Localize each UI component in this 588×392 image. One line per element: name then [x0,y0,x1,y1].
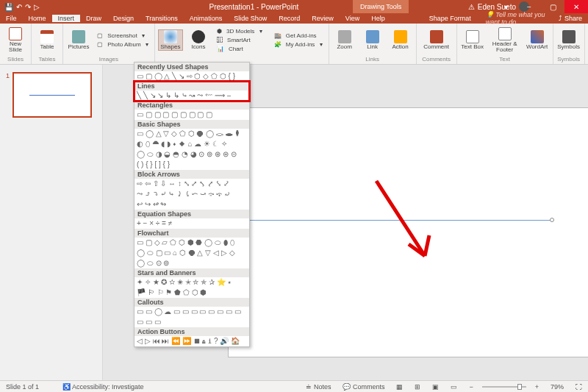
shapes-row[interactable]: ⇨ ⇦ ⇧ ⇩ ↔ ↕ ⤡ ⤢ ⤣ ⤤ ⤥ ⤦ [135,179,249,189]
shapes-row[interactable]: ⤳ ⤴ ⤵ ⤶ ⤷ ⤸ ⤹ ⤺ ⤻ ⤼ ⤽ ⤾ [135,189,249,199]
view-normal-icon[interactable]: ▦ [390,383,409,391]
undo-icon[interactable]: ↶ [16,3,22,11]
my-addins-button[interactable]: 🧩 My Add-ins ▾ [271,40,326,49]
tab-slideshow[interactable]: Slide Show [228,15,273,22]
tab-view[interactable]: View [340,15,365,22]
table-button[interactable]: Table [35,30,60,50]
shapes-row[interactable]: 🏴 🏳 ⚐ ⚑ ⬟ ⬠ ⬡ ⬢ [135,288,249,298]
shapes-cat-equation: Equation Shapes [135,210,249,218]
ribbon-tabs: File Home Insert Draw Design Transitions… [0,13,588,24]
shapes-row[interactable]: ▭ ▭ ◯ ☁ ▭ ▭ ▭ ▭ ▭ ▭ ▭ ▭ [135,307,249,317]
zoom-in-button[interactable]: + [529,383,545,391]
group-illustrations: Shapes Icons ⬢ 3D Models ▾ ⿲ SmartArt 📊 … [155,24,268,64]
start-show-icon[interactable]: ▷ [34,3,40,11]
shapes-row[interactable]: ▭ ▭ ▭ [135,317,249,327]
tab-home[interactable]: Home [23,15,52,22]
header-footer-button[interactable]: Header & Footer [488,27,522,53]
tab-review[interactable]: Review [306,15,340,22]
shapes-cat-recently: Recently Used Shapes [135,63,249,71]
group-symbols: Symbols Symbols [553,24,585,64]
group-media: Video Audio Screen Recording Media [585,24,588,64]
status-bar: Slide 1 of 1 ♿ Accessibility: Investigat… [0,380,588,392]
zoom-out-button[interactable]: − [463,383,478,391]
icons-button[interactable]: Icons [186,30,211,50]
group-tables: Table Tables [32,24,63,64]
action-button[interactable]: Action [388,30,413,50]
zoom-slider[interactable] [482,386,526,388]
shapes-row[interactable]: ◯ ⬭ ▢ ▭ ⌂ ⬡ ⯃ △ ▽ ◁ ▷ ◇ [135,248,249,258]
photo-album-button[interactable]: ▢ Photo Album ▾ [94,40,151,49]
maximize-button[interactable]: ▢ [541,0,564,13]
line-shape[interactable] [236,220,552,221]
slide-counter[interactable]: Slide 1 of 1 [0,383,45,391]
shapes-row[interactable]: ( ) { } [ ] { } [135,160,249,170]
link-button[interactable]: Link [360,30,385,50]
tab-help[interactable]: Help [365,15,391,22]
group-slides: New Slide Slides [0,24,32,64]
thumb-number: 1 [6,72,10,118]
screenshot-button[interactable]: ▢ Screenshot ▾ [94,32,151,40]
view-slideshow-icon[interactable]: ▭ [445,383,463,391]
shapes-row[interactable]: ▭ ▢ ▢ ▢ ▢ ▢ ▢ ▢ ▢ [135,110,249,120]
redo-icon[interactable]: ↷ [25,3,31,11]
tab-draw[interactable]: Draw [80,15,107,22]
shapes-row[interactable]: ◐ ⬯ ⯊ ◖ ◗ ⬨ ⯁ ⌂ ☁ ☀ ☾ ✧ [135,139,249,149]
minimize-button[interactable]: − [517,0,541,13]
shapes-cat-basic: Basic Shapes [135,120,249,129]
shapes-row[interactable]: ▭ ◯ △ ▽ ◇ ⬠ ⬡ ⯃ ◯ ⬭ ⬬ ⬮ [135,129,249,139]
shapes-row[interactable]: ◯ ⬭ ⊙ ⊚ [135,258,249,268]
shapes-cat-block: Block Arrows [135,170,249,179]
pictures-button[interactable]: Pictures [66,30,91,50]
get-addins-button[interactable]: 🏬 Get Add-ins [271,32,326,40]
group-links: Zoom Link Action Links [329,24,417,64]
warning-icon: ⚠ [468,3,475,11]
shapes-button[interactable]: Shapes [158,29,183,51]
view-reading-icon[interactable]: ▣ [426,383,445,391]
view-sorter-icon[interactable]: ⊞ [409,383,426,391]
shapes-row[interactable]: ◁ ▷ ⏮ ⏭ ⏪ ⏩ ⏹ ⏏ ℹ ? 🔊 🏠 [135,336,249,346]
comment-button[interactable]: Comment [420,30,453,50]
ribbon-options-icon[interactable]: ▾ [494,0,517,13]
tab-animations[interactable]: Animations [184,15,229,22]
contextual-tab-title: Drawing Tools [353,0,409,13]
shapes-cat-stars: Stars and Banners [135,268,249,277]
close-button[interactable]: ✕ [564,0,588,13]
symbols-button[interactable]: Symbols [556,30,581,50]
slide-thumbnails-pane[interactable]: 1 [0,65,103,380]
tab-insert[interactable]: Insert [52,15,81,22]
shapes-row[interactable]: ↩ ↪ ↫ ↬ [135,199,249,210]
group-images: Pictures ▢ Screenshot ▾ ▢ Photo Album ▾ … [63,24,155,64]
shapes-cat-callouts: Callouts [135,298,249,307]
smartart-button[interactable]: ⿲ SmartArt [214,36,265,44]
save-icon[interactable]: 💾 [4,3,13,11]
zoom-value[interactable]: 79% [545,383,570,391]
tab-design[interactable]: Design [107,15,140,22]
notes-button[interactable]: ≐ Notes [300,383,337,391]
shapes-cat-lines: Lines [135,82,249,90]
accessibility-checker[interactable]: ♿ Accessibility: Investigate [57,383,150,391]
chart-button[interactable]: 📊 Chart [214,45,265,53]
slide-thumbnail[interactable] [12,72,92,118]
shapes-row[interactable]: ◯ ⬭ ◑ ◒ ◓ ◔ ◕ ⊙ ⊚ ⊛ ⊜ ⊝ [135,149,249,160]
wordart-button[interactable]: WordArt [525,30,550,50]
3d-models-button[interactable]: ⬢ 3D Models ▾ [214,27,265,35]
fit-to-window-icon[interactable]: ⛶ [570,383,588,391]
tab-file[interactable]: File [0,15,23,22]
zoom-button[interactable]: Zoom [332,30,357,50]
tab-record[interactable]: Record [273,15,306,22]
comments-button[interactable]: 💬 Comments [337,383,390,391]
shapes-row[interactable]: ▭ ▢ ◇ ▱ ⬠ ⬡ ⬢ ⬣ ◯ ⬭ ⬮ ⬯ [135,238,249,248]
group-comments: Comment Comments [417,24,457,64]
shape-handle[interactable] [550,218,554,222]
shapes-dropdown[interactable]: Recently Used Shapes ▭ ▢ ◯ △ ╲ ↘ ⇨ ⬡ ◇ ⬠… [134,62,250,347]
shapes-row[interactable]: + − × ÷ = ≠ [135,218,249,229]
shapes-row-lines[interactable]: ╲ ╲ ↘ ↘ ↳ ↳ ⤷ ↝ ⤳ ⬳ ⟿ ⎯ [135,90,249,101]
shapes-row[interactable]: ▭ ▢ ◯ △ ╲ ↘ ⇨ ⬡ ◇ ⬠ ⬡ { } [135,71,249,82]
new-slide-button[interactable]: New Slide [3,27,28,53]
shapes-row[interactable]: ✦ ✧ ★ ✪ ✫ ✬ ✭ ✮ ✯ ✰ ⭐ ⭑ [135,277,249,288]
tab-shape-format[interactable]: Shape Format [423,15,477,22]
share-button[interactable]: ⤴ Share [553,15,588,22]
textbox-button[interactable]: Text Box [460,30,485,50]
slide[interactable] [228,107,588,357]
tab-transitions[interactable]: Transitions [140,15,184,22]
